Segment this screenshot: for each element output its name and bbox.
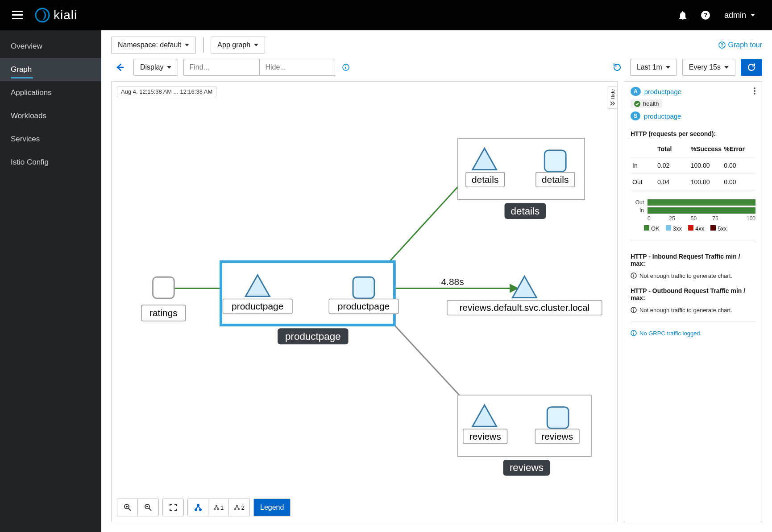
- zoom-in-button[interactable]: [117, 499, 138, 516]
- inbound-heading: HTTP - Inbound Request Traffic min / max…: [631, 253, 755, 267]
- svg-text:reviews: reviews: [541, 431, 573, 441]
- svg-text:reviews.default.svc.cluster.lo: reviews.default.svc.cluster.local: [459, 302, 589, 313]
- outbound-heading: HTTP - Outbound Request Traffic min / ma…: [631, 287, 755, 301]
- nav-applications[interactable]: Applications: [0, 81, 101, 104]
- grpc-note: No GRPC traffic logged.: [631, 330, 755, 337]
- svg-point-64: [214, 508, 215, 510]
- side-panel-toggle[interactable]: Hide: [608, 86, 618, 109]
- namespace-select[interactable]: Namespace: default: [111, 37, 196, 54]
- refresh-icon: [747, 63, 756, 72]
- edge-label: 4.88s: [441, 276, 464, 287]
- svg-point-10: [345, 66, 346, 66]
- display-select[interactable]: Display: [133, 59, 178, 76]
- caret-down-icon: [751, 14, 755, 16]
- table-row: Out 0.04 100.00 0.00: [631, 174, 755, 190]
- svg-point-63: [216, 505, 217, 507]
- refresh-interval-select[interactable]: Every 15s: [682, 59, 735, 76]
- svg-text:details: details: [472, 174, 498, 185]
- nav-graph[interactable]: Graph: [0, 58, 101, 81]
- graph-toolbar-row2: Display Last 1m Every 15s: [101, 56, 772, 81]
- chevrons-right-icon: [610, 101, 615, 106]
- node-reviews-external[interactable]: reviews.default.svc.cluster.local: [447, 276, 602, 315]
- user-menu[interactable]: admin: [717, 0, 762, 30]
- caret-down-icon: [724, 66, 729, 69]
- nav-workloads[interactable]: Workloads: [0, 104, 101, 128]
- svg-text:?: ?: [704, 12, 707, 18]
- nav-istio-config[interactable]: Istio Config: [0, 151, 101, 174]
- info-icon[interactable]: [342, 64, 349, 71]
- caret-down-icon: [185, 44, 189, 46]
- svg-text:details: details: [542, 174, 569, 185]
- svg-line-66: [215, 507, 216, 509]
- graph-bottom-toolbar: 1 2 Legend: [117, 499, 291, 516]
- graph-panel[interactable]: Aug 4, 12:15:38 AM ... 12:16:38 AM Hide: [111, 81, 618, 522]
- find-input[interactable]: [183, 59, 259, 76]
- svg-text:reviews: reviews: [510, 462, 544, 473]
- svg-point-74: [754, 90, 755, 92]
- svg-rect-18: [153, 277, 174, 298]
- http-heading: HTTP (requests per second):: [631, 130, 755, 137]
- traffic-minichart: Out In 0 25 50 75 100 OK 3xx 4xx 5xx: [631, 198, 755, 232]
- zoom-out-button[interactable]: [138, 499, 158, 516]
- layout-1-button[interactable]: 1: [208, 499, 229, 516]
- bell-icon[interactable]: [672, 0, 694, 30]
- brand-text: kiali: [54, 8, 77, 22]
- service-name-link[interactable]: productpage: [644, 112, 681, 120]
- table-row: In 0.02 100.00 0.00: [631, 157, 755, 174]
- caret-down-icon: [254, 44, 258, 46]
- hamburger-icon[interactable]: [10, 8, 25, 23]
- svg-line-72: [237, 507, 239, 509]
- svg-marker-39: [512, 276, 536, 298]
- svg-text:details: details: [511, 206, 540, 217]
- main-content: Namespace: default App graph ? Graph tou…: [101, 30, 772, 532]
- brand-logo: kiali: [35, 8, 77, 23]
- svg-line-71: [235, 507, 237, 509]
- check-circle-icon: [634, 101, 640, 107]
- svg-point-69: [235, 508, 236, 510]
- nav-overview[interactable]: Overview: [0, 35, 101, 58]
- svg-point-68: [237, 505, 238, 507]
- caret-down-icon: [666, 66, 670, 69]
- svg-text:reviews: reviews: [469, 431, 501, 441]
- health-badge: health: [631, 99, 662, 108]
- svg-point-78: [633, 274, 634, 275]
- nav-services[interactable]: Services: [0, 128, 101, 151]
- svg-point-75: [754, 93, 755, 95]
- svg-text:ratings: ratings: [149, 308, 178, 318]
- graph-tour-link[interactable]: ? Graph tour: [718, 41, 762, 49]
- graph-toolbar-row1: Namespace: default App graph ? Graph tou…: [101, 30, 772, 56]
- svg-point-65: [217, 508, 219, 510]
- refresh-button[interactable]: [741, 59, 762, 76]
- svg-point-60: [199, 509, 201, 511]
- inbound-note: Not enough traffic to generate chart.: [631, 272, 755, 279]
- svg-point-81: [633, 308, 634, 309]
- layout-2-button[interactable]: 2: [229, 499, 249, 516]
- graph-timestamp: Aug 4, 12:15:38 AM ... 12:16:38 AM: [117, 86, 216, 97]
- app-badge: A: [631, 87, 641, 96]
- summary-panel: A productpage health S productpage: [624, 81, 762, 522]
- svg-rect-1: [12, 14, 23, 16]
- hide-input[interactable]: [259, 59, 335, 76]
- edge-productpage-to-reviews-ext[interactable]: 4.88s: [380, 276, 518, 288]
- app-name-link[interactable]: productpage: [644, 88, 681, 95]
- help-icon[interactable]: ?: [694, 0, 717, 30]
- kebab-icon[interactable]: [754, 87, 755, 96]
- svg-point-3: [36, 8, 49, 22]
- back-button[interactable]: [111, 59, 128, 76]
- svg-point-58: [197, 504, 199, 506]
- outbound-note: Not enough traffic to generate chart.: [631, 307, 755, 313]
- fit-button[interactable]: [163, 499, 183, 516]
- node-ratings[interactable]: ratings: [141, 277, 186, 321]
- svg-rect-2: [12, 18, 23, 19]
- group-label-productpage: productpage: [278, 328, 349, 344]
- svg-line-67: [216, 507, 218, 509]
- legend-button[interactable]: Legend: [254, 499, 290, 516]
- duration-select[interactable]: Last 1m: [630, 59, 677, 76]
- replay-button[interactable]: [610, 59, 625, 76]
- svg-line-56: [149, 508, 151, 511]
- svg-line-62: [198, 506, 200, 509]
- graph-type-select[interactable]: App graph: [211, 37, 265, 54]
- svg-text:productpage: productpage: [232, 301, 283, 311]
- layout-default-button[interactable]: [188, 499, 208, 516]
- user-name: admin: [724, 11, 746, 20]
